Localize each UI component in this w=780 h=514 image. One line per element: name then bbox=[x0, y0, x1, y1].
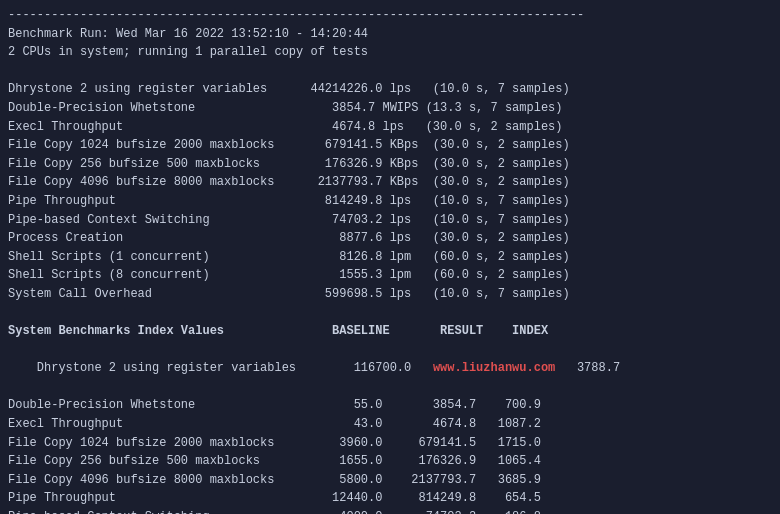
index-line: File Copy 1024 bufsize 2000 maxblocks 39… bbox=[8, 434, 772, 453]
watermark: www.liuzhanwu.com bbox=[433, 361, 555, 375]
perf-line: Dhrystone 2 using register variables 442… bbox=[8, 80, 772, 99]
index-header: System Benchmarks Index Values BASELINE … bbox=[8, 322, 772, 341]
perf-line: Execl Throughput 4674.8 lps (30.0 s, 2 s… bbox=[8, 118, 772, 137]
perf-line: File Copy 256 bufsize 500 maxblocks 1763… bbox=[8, 155, 772, 174]
perf-line: Double-Precision Whetstone 3854.7 MWIPS … bbox=[8, 99, 772, 118]
index-line: Pipe-based Context Switching 4000.0 7470… bbox=[8, 508, 772, 514]
watermark-row: Dhrystone 2 using register variables 116… bbox=[8, 341, 772, 397]
index-row-suffix: 3788.7 bbox=[555, 361, 620, 375]
separator-top: ----------------------------------------… bbox=[8, 6, 772, 25]
perf-line: File Copy 1024 bufsize 2000 maxblocks 67… bbox=[8, 136, 772, 155]
cpu-info-line: 2 CPUs in system; running 1 parallel cop… bbox=[8, 43, 772, 62]
perf-line: Process Creation 8877.6 lps (30.0 s, 2 s… bbox=[8, 229, 772, 248]
perf-line: Pipe Throughput 814249.8 lps (10.0 s, 7 … bbox=[8, 192, 772, 211]
terminal-window: ----------------------------------------… bbox=[0, 0, 780, 514]
blank-1 bbox=[8, 62, 772, 81]
index-lines: Double-Precision Whetstone 55.0 3854.7 7… bbox=[8, 396, 772, 514]
performance-lines: Dhrystone 2 using register variables 442… bbox=[8, 80, 772, 303]
perf-line: Shell Scripts (1 concurrent) 8126.8 lpm … bbox=[8, 248, 772, 267]
index-row-prefix: Dhrystone 2 using register variables 116… bbox=[37, 361, 433, 375]
blank-2 bbox=[8, 304, 772, 323]
index-line: File Copy 256 bufsize 500 maxblocks 1655… bbox=[8, 452, 772, 471]
perf-line: Pipe-based Context Switching 74703.2 lps… bbox=[8, 211, 772, 230]
perf-line: File Copy 4096 bufsize 8000 maxblocks 21… bbox=[8, 173, 772, 192]
index-line: File Copy 4096 bufsize 8000 maxblocks 58… bbox=[8, 471, 772, 490]
index-line: Pipe Throughput 12440.0 814249.8 654.5 bbox=[8, 489, 772, 508]
perf-line: System Call Overhead 599698.5 lps (10.0 … bbox=[8, 285, 772, 304]
benchmark-run-line: Benchmark Run: Wed Mar 16 2022 13:52:10 … bbox=[8, 25, 772, 44]
index-line: Double-Precision Whetstone 55.0 3854.7 7… bbox=[8, 396, 772, 415]
perf-line: Shell Scripts (8 concurrent) 1555.3 lpm … bbox=[8, 266, 772, 285]
index-line: Execl Throughput 43.0 4674.8 1087.2 bbox=[8, 415, 772, 434]
